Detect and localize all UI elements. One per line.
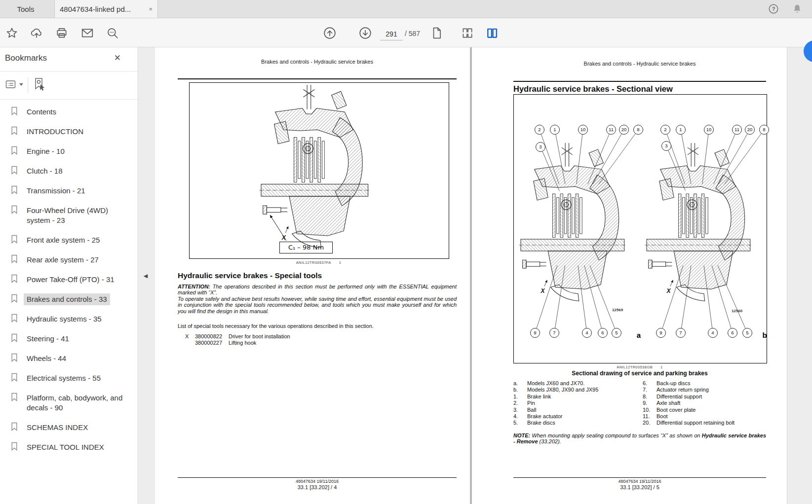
help-icon[interactable]: ? — [768, 3, 779, 14]
legend-value: Brake discs — [527, 420, 555, 426]
legend-row: 9. Axle shaft — [643, 400, 766, 406]
note-paragraph: NOTE: When mounting apply sealing compou… — [513, 432, 766, 445]
bookmark-icon — [11, 353, 18, 362]
bookmark-item[interactable]: Power Take-Off (PTO) - 31 — [0, 270, 138, 289]
bookmark-icon — [11, 146, 18, 155]
pdf-page-right: Brakes and controls - Hydraulic service … — [472, 47, 787, 504]
legend-key: 4. — [513, 413, 527, 420]
bookmark-item[interactable]: Hydraulic systems - 35 — [0, 309, 138, 329]
pdf-page-left: Brakes and controls - Hydraulic service … — [155, 47, 470, 504]
share-cloud-icon[interactable] — [30, 27, 43, 39]
bookmark-item-label: Power Take-Off (PTO) - 31 — [24, 274, 117, 286]
bookmark-item[interactable]: Brakes and controls - 33 — [0, 289, 138, 309]
bookmark-item[interactable]: Wheels - 44 — [0, 349, 138, 368]
header-rule — [513, 81, 766, 82]
bookmarks-panel: Bookmarks ✕ Contents — [0, 47, 138, 504]
two-page-view-icon[interactable] — [486, 27, 499, 39]
legend-row: 6. Back-up discs — [643, 380, 766, 387]
tab-close-icon[interactable]: × — [149, 5, 153, 13]
bookmark-icon — [11, 422, 18, 431]
diagram-label: a — [637, 331, 641, 339]
page-number-input[interactable] — [380, 28, 403, 40]
bookmark-item[interactable]: SPECIAL TOOL INDEX — [0, 437, 138, 457]
footer-rule — [178, 477, 457, 478]
page-display-icon[interactable] — [461, 27, 474, 39]
bookmarks-title: Bookmarks — [5, 53, 47, 63]
bookmark-item[interactable]: Front axle system - 25 — [0, 230, 138, 250]
print-icon[interactable] — [55, 27, 68, 39]
tool-code: 380000822 — [195, 333, 224, 340]
bookmark-item[interactable]: INTRODUCTION — [0, 122, 138, 142]
legend-value: Pin — [527, 400, 535, 406]
bookmarks-list: Contents INTRODUCTION Engine - 10 — [0, 102, 138, 457]
legend-key: 20. — [643, 420, 657, 426]
bookmark-item-label: Platform, cab, bodywork, and decals - 90 — [24, 392, 135, 414]
legend-row: 7. Actuator return spring — [643, 387, 766, 393]
legend-row: 4. Brake actuator — [513, 413, 637, 420]
bookmark-item[interactable]: Clutch - 18 — [0, 161, 138, 181]
page-up-icon[interactable] — [323, 27, 336, 39]
legend-key: 3. — [513, 407, 527, 413]
legend-key: b. — [513, 387, 527, 393]
tab-tools[interactable]: Tools — [0, 0, 51, 18]
bookmark-item[interactable]: SCHEMAS INDEX — [0, 418, 138, 437]
figure-code: ANIL12TR00537FA1 — [189, 260, 448, 265]
running-header: Brakes and controls - Hydraulic service … — [513, 61, 766, 67]
legend-key: 6. — [643, 380, 657, 387]
callout-circle: 5 — [742, 328, 752, 338]
locate-current-bookmark-button[interactable] — [33, 77, 46, 92]
callout-leader-lines — [514, 95, 767, 363]
single-page-icon[interactable] — [430, 27, 443, 39]
legend-row: 5. Brake discs — [513, 420, 637, 426]
bookmark-item[interactable]: Platform, cab, bodywork, and decals - 90 — [0, 388, 138, 418]
legend-row: b. Models JX80, JX90 and JX95 — [513, 387, 637, 393]
legend-key: 9. — [643, 400, 657, 406]
page-down-icon[interactable] — [359, 27, 372, 39]
tab-document[interactable]: 48047634-linked pd... × — [54, 0, 158, 18]
footer-doc-id: 48047634 19/11/2016 — [178, 479, 457, 484]
section-title: Hydraulic service brakes - Special tools — [178, 271, 322, 280]
bookmark-icon — [11, 166, 18, 175]
bookmarks-close-icon[interactable]: ✕ — [114, 53, 121, 63]
bookmark-item[interactable]: Rear axle system - 27 — [0, 250, 138, 270]
page-total: / 587 — [405, 30, 420, 37]
tool-name: Driver for boot installation — [229, 333, 290, 340]
bookmark-item-label: Brakes and controls - 33 — [24, 293, 110, 305]
bookmark-item[interactable]: Transmission - 21 — [0, 181, 138, 201]
bookmark-item[interactable]: Contents — [0, 102, 138, 122]
bookmark-item[interactable]: Engine - 10 — [0, 142, 138, 161]
bookmark-item[interactable]: Steering - 41 — [0, 329, 138, 349]
star-icon[interactable] — [5, 27, 18, 39]
figure-caption: Sectional drawing of service and parking… — [513, 370, 766, 377]
callout-circle: 6 — [728, 328, 737, 338]
bookmark-icon — [11, 126, 18, 135]
bell-icon[interactable] — [792, 3, 803, 14]
callout-circle: 1 — [550, 125, 560, 135]
figure-code: ANIL12TR00538GB1 — [513, 365, 766, 369]
email-icon[interactable] — [81, 27, 94, 39]
legend-value: Brake link — [527, 394, 551, 400]
running-header: Brakes and controls - Hydraulic service … — [178, 59, 457, 65]
bookmark-icon — [11, 333, 18, 342]
search-icon[interactable] — [106, 27, 119, 39]
footer-page-ref: 33.1 [33.202] / 4 — [178, 484, 457, 490]
callout-circle: 11 — [606, 125, 616, 135]
bookmark-item[interactable]: Four-Wheel Drive (4WD) system - 23 — [0, 201, 138, 230]
bookmark-icon — [11, 205, 18, 214]
bookmark-item[interactable]: Electrical systems - 55 — [0, 368, 138, 388]
legend-value: Differential support retaining bolt — [657, 420, 735, 426]
collapse-panel-icon[interactable]: ◀ — [142, 270, 150, 281]
callout-circle: 8 — [633, 125, 643, 135]
bookmarks-options-button[interactable] — [5, 78, 23, 90]
bookmark-icon — [11, 442, 18, 451]
callout-circle: 1 — [676, 125, 686, 135]
tab-bar: Tools 48047634-linked pd... × ? — [0, 0, 812, 18]
bookmark-item-label: Wheels - 44 — [24, 353, 69, 364]
legend-key: 1. — [513, 394, 527, 400]
callout-circle: 3 — [536, 142, 545, 152]
header-rule — [178, 78, 457, 79]
legend-column-left: a. Models JX60 and JX70. b. Models JX80,… — [513, 380, 637, 427]
legend-row: 20. Differential support retaining bolt — [643, 420, 766, 426]
callout-circle: 9 — [530, 328, 540, 338]
legend-key: 7. — [643, 387, 657, 393]
